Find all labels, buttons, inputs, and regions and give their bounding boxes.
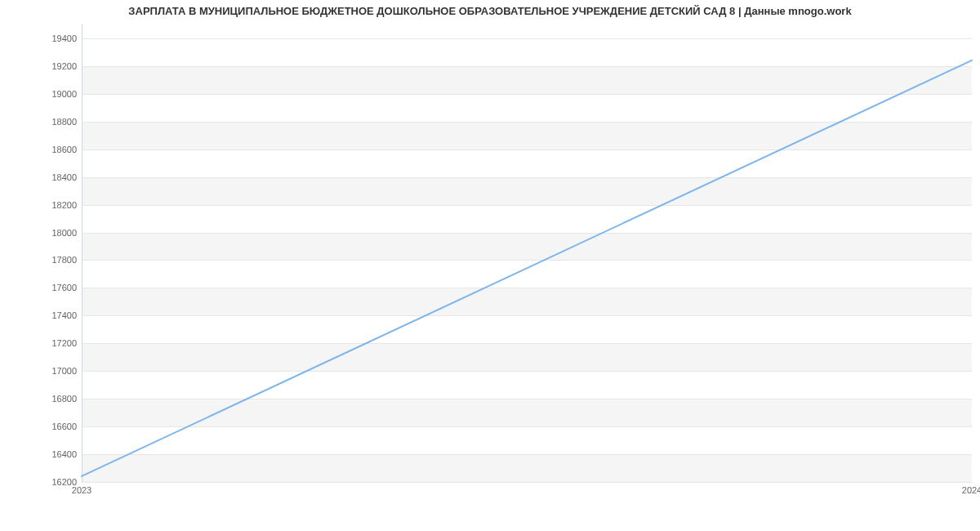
gridline: [82, 482, 972, 483]
y-tick-label: 17600: [51, 283, 77, 292]
y-tick-label: 18400: [51, 172, 77, 182]
x-tick-label: 2023: [72, 485, 91, 495]
y-tick-label: 16400: [51, 449, 77, 459]
y-tick-label: 18600: [51, 145, 77, 154]
y-tick-label: 19400: [51, 33, 77, 43]
x-tick-label: 2024: [962, 485, 980, 495]
y-tick-label: 19000: [51, 89, 77, 99]
chart-container: ЗАРПЛАТА В МУНИЦИПАЛЬНОЕ БЮДЖЕТНОЕ ДОШКО…: [0, 0, 980, 531]
y-tick-label: 16800: [51, 394, 77, 404]
y-tick-label: 19200: [51, 61, 77, 71]
y-tick-label: 16600: [51, 422, 77, 431]
y-tick-label: 17400: [51, 310, 77, 320]
y-tick-label: 18200: [51, 200, 77, 210]
salary-line: [82, 60, 972, 476]
y-tick-label: 18000: [51, 228, 77, 238]
plot-area: 1620016400166001680017000172001740017600…: [82, 25, 972, 482]
y-tick-label: 17800: [51, 255, 77, 265]
chart-title: ЗАРПЛАТА В МУНИЦИПАЛЬНОЕ БЮДЖЕТНОЕ ДОШКО…: [0, 5, 980, 17]
line-series: [82, 25, 972, 482]
y-tick-label: 17000: [51, 366, 77, 376]
y-tick-label: 17200: [51, 338, 77, 348]
y-tick-label: 18800: [51, 117, 77, 127]
